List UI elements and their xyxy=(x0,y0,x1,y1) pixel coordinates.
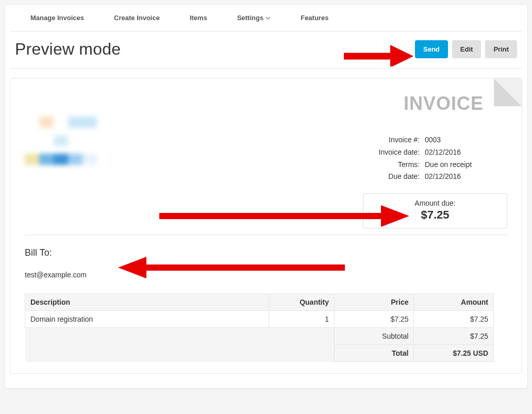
invoice-date: 02/12/2016 xyxy=(425,146,502,159)
table-row: Domain registration 1 $7.25 $7.25 xyxy=(25,311,494,328)
invoice-terms: Due on receipt xyxy=(425,159,502,171)
subtotal-row: Subtotal $7.25 xyxy=(25,328,494,345)
amount-due-value: $7.25 xyxy=(379,208,491,222)
total-row: Total $7.25 USD xyxy=(25,345,494,362)
col-price: Price xyxy=(334,294,414,311)
line-amount: $7.25 xyxy=(414,311,494,328)
nav-items[interactable]: Items xyxy=(190,14,207,22)
invoice-meta: Invoice #: 0003 Invoice date: 02/12/2016… xyxy=(363,134,502,183)
invoice-due: 02/12/2016 xyxy=(425,171,502,183)
nav-create-invoice[interactable]: Create Invoice xyxy=(114,14,160,22)
bill-to-section: Bill To: test@example.com xyxy=(25,247,507,279)
nav-settings[interactable]: Settings xyxy=(237,14,271,22)
nav-features[interactable]: Features xyxy=(301,14,328,22)
invoice-preview: INVOICE Invoice #: 0003 Invoice date: 02… xyxy=(10,78,522,374)
col-quantity: Quantity xyxy=(269,294,334,311)
line-description: Domain registration xyxy=(25,311,269,328)
page-header: Preview mode Send Edit Print xyxy=(10,31,522,69)
col-description: Description xyxy=(25,294,269,311)
invoice-date-label: Invoice date: xyxy=(363,146,420,159)
action-buttons: Send Edit Print xyxy=(415,40,517,58)
total-label: Total xyxy=(334,345,414,362)
invoice-heading: INVOICE xyxy=(363,93,484,114)
print-button[interactable]: Print xyxy=(485,40,517,58)
total-value: $7.25 USD xyxy=(414,345,494,362)
invoice-number-label: Invoice #: xyxy=(363,134,420,146)
amount-due-box: Amount due: $7.25 xyxy=(363,193,507,228)
table-header-row: Description Quantity Price Amount xyxy=(25,294,494,311)
col-amount: Amount xyxy=(414,294,494,311)
line-price: $7.25 xyxy=(334,311,414,328)
invoice-terms-label: Terms: xyxy=(363,159,420,171)
bill-to-value: test@example.com xyxy=(25,271,507,279)
company-logo-blurred xyxy=(25,93,123,172)
bill-to-label: Bill To: xyxy=(25,247,507,258)
invoice-due-label: Due date: xyxy=(363,171,420,183)
subtotal-value: $7.25 xyxy=(414,328,494,345)
send-button[interactable]: Send xyxy=(415,40,448,58)
nav-settings-label: Settings xyxy=(237,14,263,22)
subtotal-label: Subtotal xyxy=(334,328,414,345)
chevron-down-icon xyxy=(265,16,271,20)
nav-manage-invoices[interactable]: Manage Invoices xyxy=(30,14,84,22)
page-title: Preview mode xyxy=(15,40,121,59)
amount-due-label: Amount due: xyxy=(379,199,491,207)
divider xyxy=(25,235,507,235)
invoice-number: 0003 xyxy=(425,134,502,146)
line-quantity: 1 xyxy=(269,311,334,328)
page-fold-icon xyxy=(494,78,522,106)
top-nav: Manage Invoices Create Invoice Items Set… xyxy=(10,10,522,31)
app-frame: Manage Invoices Create Invoice Items Set… xyxy=(4,4,528,389)
edit-button[interactable]: Edit xyxy=(452,40,481,58)
invoice-header-right: INVOICE Invoice #: 0003 Invoice date: 02… xyxy=(363,93,507,228)
line-items-table: Description Quantity Price Amount Domain… xyxy=(25,293,494,362)
